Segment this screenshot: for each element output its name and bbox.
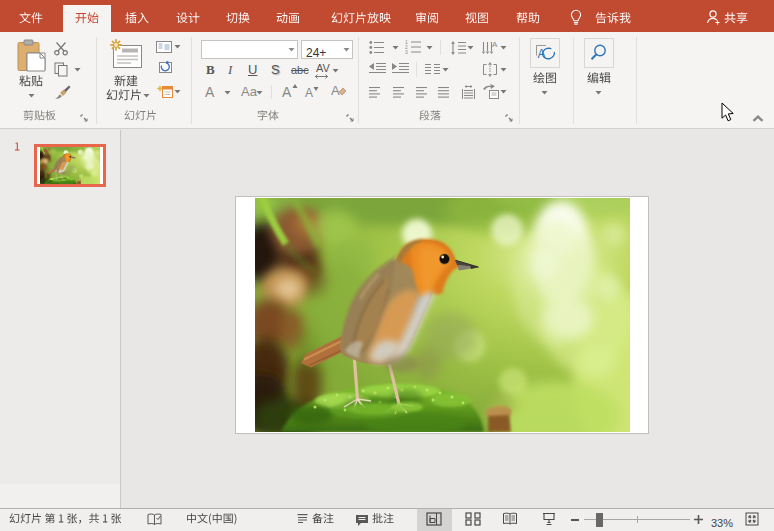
svg-text:A: A	[538, 47, 546, 61]
svg-text:A: A	[331, 84, 340, 98]
svg-text:3: 3	[405, 49, 408, 54]
svg-text:A: A	[492, 41, 498, 49]
